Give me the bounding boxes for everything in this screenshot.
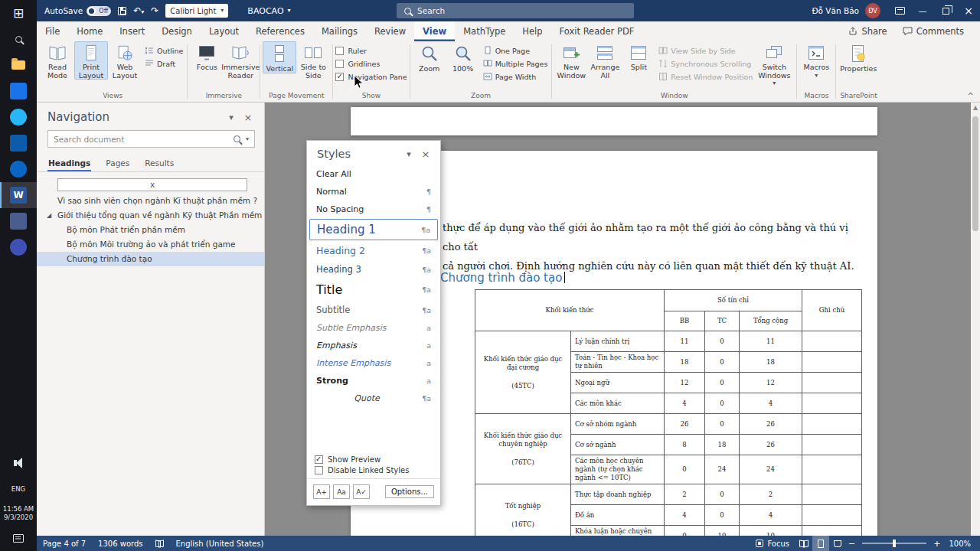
tab-mailings[interactable]: Mailings	[313, 21, 366, 41]
style-strong[interactable]: Stronga	[307, 372, 440, 390]
taskbar-app-5[interactable]	[0, 208, 37, 234]
tab-mathtype[interactable]: MathType	[455, 21, 514, 41]
draft-button[interactable]: Draft	[145, 59, 183, 68]
web-layout-button[interactable]: Web Layout	[108, 41, 142, 80]
page-indicator[interactable]: Page 4 of 7	[37, 536, 92, 551]
style-normal[interactable]: Normal¶	[307, 183, 440, 201]
file-explorer-button[interactable]	[0, 52, 37, 78]
language-status[interactable]: English (United States)	[170, 536, 270, 551]
tab-view[interactable]: View	[414, 21, 455, 41]
styles-options-button[interactable]: Options...	[385, 485, 434, 498]
share-button[interactable]: Share	[841, 26, 893, 37]
style-clear-all[interactable]: Clear All	[307, 165, 440, 183]
heading-item[interactable]: ◢Giới thiệu tổng quan về ngành Kỹ thuật …	[37, 208, 264, 223]
heading-item[interactable]: x	[57, 178, 247, 191]
synchronous-scrolling-button[interactable]: Synchronous Scrolling	[658, 59, 753, 68]
focus-mode-button[interactable]: Focus	[750, 536, 795, 551]
manage-styles-button[interactable]: A✓	[353, 484, 370, 499]
heading-item[interactable]: Bộ môn Môi trường ảo và phát triển game	[37, 237, 264, 252]
scrollbar-thumb[interactable]	[972, 116, 978, 231]
collapse-triangle-icon[interactable]: ◢	[47, 210, 51, 220]
document-search-box[interactable]: ▾	[47, 130, 255, 148]
tab-references[interactable]: References	[247, 21, 313, 41]
split-button[interactable]: Split	[622, 41, 655, 72]
styles-pane-close-button[interactable]: ×	[417, 148, 434, 160]
print-layout-view-button[interactable]	[812, 536, 829, 551]
arrange-all-button[interactable]: Arrange All	[588, 41, 622, 80]
styles-pane-menu-button[interactable]: ▾	[400, 149, 417, 159]
collapse-ribbon-button[interactable]: ^	[968, 92, 974, 100]
navigation-pane-checkbox-row[interactable]: ✓ Navigation Pane	[335, 73, 407, 81]
side-to-side-button[interactable]: Side to Side	[296, 41, 330, 80]
immersive-reader-button[interactable]: Immersive Reader	[224, 41, 257, 80]
ribbon-display-options-button[interactable]	[888, 0, 911, 21]
user-name[interactable]: Đỗ Văn Bảo	[812, 6, 859, 15]
web-layout-view-button[interactable]	[829, 536, 846, 551]
style-quote[interactable]: Quote¶a	[307, 390, 440, 407]
zoom-slider-thumb[interactable]	[893, 540, 896, 547]
action-center-button[interactable]	[0, 525, 37, 551]
zoom-in-button[interactable]: +	[931, 539, 942, 549]
one-page-button[interactable]: One Page	[483, 46, 548, 55]
nav-tab-results[interactable]: Results	[144, 155, 175, 171]
tab-layout[interactable]: Layout	[201, 21, 247, 41]
switch-windows-button[interactable]: Switch Windows ▾	[754, 41, 794, 86]
style-heading-3[interactable]: Heading 3¶a	[307, 260, 440, 279]
style-inspector-button[interactable]: Aa	[333, 484, 350, 499]
style-subtitle[interactable]: Subtitle¶a	[307, 301, 440, 319]
tab-foxit-reader-pdf[interactable]: Foxit Reader PDF	[551, 21, 643, 41]
tab-help[interactable]: Help	[514, 21, 550, 41]
save-button[interactable]	[118, 7, 126, 15]
nav-tab-pages[interactable]: Pages	[105, 155, 130, 171]
start-button[interactable]: ⊞	[0, 0, 37, 26]
new-style-button[interactable]: A+	[313, 484, 330, 499]
style-title[interactable]: Title¶a	[307, 279, 440, 301]
quick-font-selector[interactable]: Calibri Light ▾	[165, 4, 228, 18]
chevron-down-icon[interactable]: ▾	[246, 136, 249, 142]
vertical-button[interactable]: Vertical	[263, 41, 296, 73]
tab-review[interactable]: Review	[366, 21, 414, 41]
zoom-button[interactable]: Zoom	[413, 41, 446, 73]
view-side-by-side-button[interactable]: View Side by Side	[658, 46, 753, 55]
taskbar-app-1[interactable]	[0, 78, 37, 104]
volume-button[interactable]	[0, 450, 37, 476]
heading-item-selected[interactable]: Chương trình đào tạo	[37, 252, 264, 266]
autosave-toggle[interactable]: Off	[87, 6, 111, 16]
print-layout-button[interactable]: Print Layout	[74, 41, 108, 80]
style-emphasis[interactable]: Emphasisa	[307, 337, 440, 354]
navigation-pane-close-button[interactable]: ×	[240, 112, 256, 123]
restore-button[interactable]	[934, 0, 957, 21]
show-preview-checkbox[interactable]: ✓	[315, 455, 323, 464]
taskbar-app-4[interactable]	[0, 156, 37, 182]
scroll-up-icon[interactable]: ▲	[971, 103, 980, 113]
search-document-input[interactable]	[54, 135, 228, 144]
vertical-scrollbar[interactable]: ▲	[971, 103, 980, 536]
taskbar-word-button[interactable]: W	[0, 182, 37, 208]
avatar[interactable]: ĐV	[865, 3, 880, 18]
zoom-percentage[interactable]: 100%	[942, 536, 980, 551]
taskbar-search-button[interactable]	[0, 26, 37, 52]
disable-linked-styles-checkbox-row[interactable]: Disable Linked Styles	[315, 466, 433, 474]
disable-linked-styles-checkbox[interactable]	[315, 466, 323, 474]
language-indicator[interactable]: ENG	[0, 476, 37, 502]
search-box[interactable]: Search	[397, 3, 634, 18]
zoom-slider[interactable]	[862, 543, 926, 544]
taskbar-app-3[interactable]	[0, 130, 37, 156]
tab-file[interactable]: File	[37, 21, 68, 41]
show-preview-checkbox-row[interactable]: ✓ Show Preview	[315, 455, 433, 464]
comments-button[interactable]: Comments	[896, 26, 971, 37]
new-window-button[interactable]: New Window	[554, 41, 588, 80]
close-button[interactable]: ×	[957, 0, 980, 21]
nav-tab-headings[interactable]: Headings	[47, 155, 91, 171]
reset-window-position-button[interactable]: Reset Window Position	[658, 72, 753, 81]
taskbar-app-2[interactable]	[0, 104, 37, 130]
document-title[interactable]: BAOCAO ▾	[247, 6, 290, 16]
read-mode-view-button[interactable]	[795, 536, 812, 551]
taskbar-app-6[interactable]	[0, 234, 37, 260]
ruler-checkbox[interactable]	[335, 47, 344, 55]
minimize-button[interactable]: —	[911, 0, 934, 21]
tab-insert[interactable]: Insert	[111, 21, 153, 41]
clock[interactable]: 11:56 AM 9/3/2020	[0, 502, 37, 525]
gridlines-checkbox-row[interactable]: Gridlines	[335, 60, 380, 68]
navigation-pane-checkbox[interactable]: ✓	[335, 73, 344, 81]
